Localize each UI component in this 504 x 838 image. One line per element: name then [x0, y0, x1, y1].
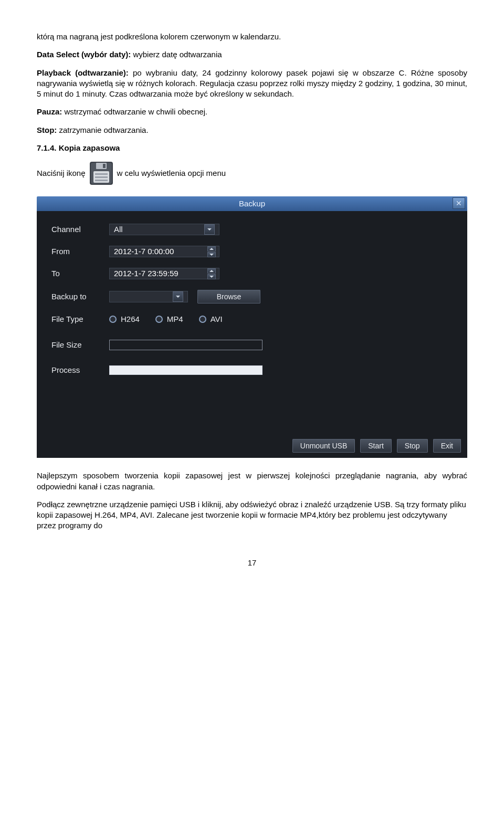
stop-button[interactable]: Stop — [397, 439, 428, 453]
radio-avi-label: AVI — [211, 314, 223, 324]
label-to: To — [51, 268, 109, 279]
label-channel: Channel — [51, 224, 109, 235]
unmount-usb-button[interactable]: Unmount USB — [292, 439, 355, 453]
heading-kopia-zapasowa: 7.1.4. Kopia zapasowa — [37, 143, 467, 153]
svg-rect-6 — [95, 176, 108, 178]
channel-select-value: All — [114, 224, 123, 235]
paragraph-usb: Podłącz zewnętrzne urządzenie pamięci US… — [37, 499, 467, 531]
exit-button[interactable]: Exit — [433, 439, 461, 453]
start-button[interactable]: Start — [360, 439, 392, 453]
backup-to-select[interactable] — [109, 291, 188, 302]
close-icon: ✕ — [456, 198, 462, 208]
svg-rect-5 — [95, 173, 108, 175]
radio-h264-label: H264 — [121, 314, 140, 324]
rest-stop: zatrzymanie odtwarzania. — [57, 125, 148, 134]
lead-stop: Stop: — [37, 125, 57, 134]
paragraph-data-select: Data Select (wybór daty): wybierz datę o… — [37, 49, 467, 60]
icon-row-pre: Naciśnij ikonę — [37, 168, 86, 179]
progress-bar — [109, 365, 262, 375]
paragraph-intro: którą ma nagraną jest podkreślona kolore… — [37, 32, 467, 42]
spinner-up-icon[interactable] — [207, 246, 216, 252]
radio-icon — [199, 316, 206, 323]
to-datetime-input[interactable]: 2012-1-7 23:59:59 — [109, 268, 219, 279]
dialog-title: Backup — [239, 198, 265, 209]
radio-mp4-label: MP4 — [167, 314, 183, 324]
close-button[interactable]: ✕ — [453, 197, 465, 209]
chevron-down-icon — [204, 224, 215, 235]
svg-rect-7 — [95, 180, 108, 181]
page-number: 17 — [37, 558, 467, 568]
floppy-disk-icon — [89, 161, 114, 186]
from-datetime-input[interactable]: 2012-1-7 0:00:00 — [109, 246, 219, 257]
label-file-type: File Type — [51, 314, 109, 324]
dialog-body: Channel All From 2012-1-7 0:00:00 To 201… — [37, 211, 467, 458]
from-datetime-value: 2012-1-7 0:00:00 — [114, 246, 174, 257]
lead-data-select: Data Select (wybór daty): — [37, 50, 131, 59]
spinner-down-icon[interactable] — [207, 274, 216, 279]
radio-icon — [109, 316, 117, 323]
channel-select[interactable]: All — [109, 224, 219, 235]
backup-dialog: Backup ✕ Channel All From 2012-1-7 0:00:… — [37, 196, 467, 458]
rest-data-select: wybierz datę odtwarzania — [131, 50, 222, 59]
radio-h264[interactable]: H264 — [109, 314, 140, 324]
rest-pauza: wstrzymać odtwarzanie w chwili obecnej. — [62, 107, 207, 116]
label-file-size: File Size — [51, 340, 109, 350]
dialog-titlebar: Backup ✕ — [37, 196, 467, 211]
spinner-down-icon[interactable] — [207, 252, 216, 257]
browse-button[interactable]: Browse — [197, 290, 260, 303]
paragraph-stop: Stop: zatrzymanie odtwarzania. — [37, 125, 467, 135]
label-process: Process — [51, 365, 109, 375]
svg-rect-3 — [103, 164, 106, 168]
icon-row-post: w celu wyświetlenia opcji menu — [117, 168, 226, 179]
paragraph-best-way: Najlepszym sposobem tworzenia kopii zapa… — [37, 470, 467, 492]
paragraph-playback: Playback (odtwarzanie): po wybraniu daty… — [37, 68, 467, 100]
radio-mp4[interactable]: MP4 — [155, 314, 183, 324]
label-from: From — [51, 246, 109, 257]
label-backup-to: Backup to — [51, 291, 109, 302]
lead-pauza: Pauza: — [37, 107, 62, 116]
chevron-down-icon — [173, 291, 183, 302]
radio-icon — [155, 316, 163, 323]
lead-playback: Playback (odtwarzanie): — [37, 68, 129, 77]
file-size-display — [109, 340, 262, 350]
radio-avi[interactable]: AVI — [199, 314, 223, 324]
to-datetime-value: 2012-1-7 23:59:59 — [114, 268, 178, 279]
spinner-up-icon[interactable] — [207, 268, 216, 274]
paragraph-pauza: Pauza: wstrzymać odtwarzanie w chwili ob… — [37, 107, 467, 117]
